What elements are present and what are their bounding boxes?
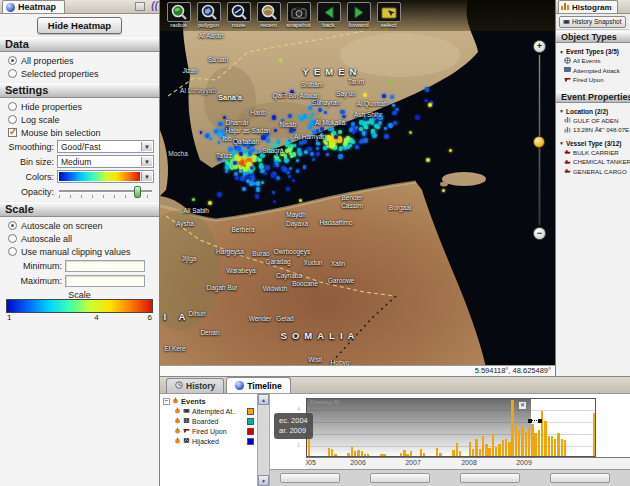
timeline-plot[interactable]: ✕ xyxy=(306,398,596,457)
radio-icon[interactable] xyxy=(8,221,17,230)
map-label: Owrboogeys xyxy=(274,248,311,255)
toolbar-button-radius[interactable]: radius xyxy=(165,2,192,31)
radio-autoscale-on-screen[interactable]: Autoscale on screen xyxy=(0,219,159,232)
map-label: Bender xyxy=(342,194,363,201)
event-properties-groups: ▼Location (2/2)GULF OF ADEN13:28N Â€" 04… xyxy=(556,103,630,177)
timeline-bar xyxy=(456,443,458,456)
map-label: Dihun xyxy=(189,310,206,317)
maximum-label: Maximum: xyxy=(14,276,62,286)
history-snapshot-label: History Snapshot xyxy=(572,18,622,25)
toolbar-button-select[interactable]: select xyxy=(375,2,402,31)
event-type-row-boarded[interactable]: Boarded xyxy=(160,416,257,426)
scroll-down-icon[interactable]: ▼ xyxy=(258,475,269,486)
scrollbar-segment[interactable] xyxy=(370,473,430,483)
radio-all-properties[interactable]: All properties xyxy=(0,54,159,67)
colors-dropdown[interactable]: ▼ xyxy=(57,170,154,183)
color-swatch[interactable] xyxy=(247,418,254,425)
color-swatch[interactable] xyxy=(247,438,254,445)
radio-manual-clipping[interactable]: Use manual clipping values xyxy=(0,245,159,258)
map-view[interactable]: Al AarânSa'dahJizanAl LuhayyahSana'aYEME… xyxy=(160,0,555,376)
opacity-slider-thumb[interactable] xyxy=(134,186,141,198)
scrollbar-segment[interactable] xyxy=(280,473,340,483)
tab-timeline[interactable]: Timeline xyxy=(226,377,290,393)
bin-size-dropdown[interactable]: Medium ▼ xyxy=(57,155,154,168)
tree-item-bulk-carrier[interactable]: BULK CARRIER xyxy=(556,148,630,158)
tree-item-general-cargo[interactable]: GENERAL CARGO xyxy=(556,167,630,177)
timeline-bar xyxy=(521,427,523,456)
radio-autoscale-all[interactable]: Autoscale all xyxy=(0,232,159,245)
tree-scrollbar[interactable]: ▲ ▼ xyxy=(258,394,270,486)
timeline-tooltip: ec. 2004 ar. 2009 xyxy=(274,413,313,439)
collapse-triangle-icon[interactable]: ▼ xyxy=(559,140,564,146)
color-swatch[interactable] xyxy=(247,408,254,415)
event-type-row-fired-upon[interactable]: Fired Upon xyxy=(160,426,257,436)
tab-histogram[interactable]: Histogram xyxy=(558,0,618,13)
radio-icon[interactable] xyxy=(8,69,17,78)
tree-group-title[interactable]: ▼Location (2/2) xyxy=(556,103,630,116)
map-zoom-slider[interactable]: + − xyxy=(532,40,548,240)
minimum-field[interactable] xyxy=(65,260,145,272)
timeline-bar xyxy=(593,413,595,457)
hide-heatmap-button[interactable]: Hide Heatmap xyxy=(37,17,122,34)
tree-group-title[interactable]: ▼Event Types (3/5) xyxy=(556,43,630,56)
tree-item-chemical-tanker[interactable]: CHEMICAL TANKER xyxy=(556,157,630,167)
radio-icon[interactable] xyxy=(8,234,17,243)
tree-expander-icon[interactable]: − xyxy=(163,398,170,405)
collapse-triangle-icon[interactable]: ▼ xyxy=(559,108,564,114)
toolbar-button-forward[interactable]: forward xyxy=(345,2,372,31)
tree-item-fired-upon[interactable]: Fired Upon xyxy=(556,75,630,85)
timeline-scrollbar[interactable] xyxy=(270,469,630,486)
close-icon[interactable]: ✕ xyxy=(518,401,527,410)
tree-group-title[interactable]: ▼Vessel Type (3/12) xyxy=(556,135,630,148)
scroll-up-icon[interactable]: ▲ xyxy=(258,394,269,405)
history-snapshot-button[interactable]: History Snapshot xyxy=(559,16,626,28)
tab-heatmap[interactable]: Heatmap xyxy=(2,0,65,13)
map-label: Shibâm xyxy=(301,81,323,88)
tooltip-line: ar. 2009 xyxy=(279,426,308,436)
toolbar-button-back[interactable]: back xyxy=(315,2,342,31)
checkbox-icon[interactable] xyxy=(8,128,17,137)
radio-icon[interactable] xyxy=(8,56,17,65)
timeline-bar xyxy=(551,436,553,456)
checkbox-mouse-bin-selection[interactable]: Mouse bin selection xyxy=(0,126,159,139)
radio-log-scale[interactable]: Log scale xyxy=(0,113,159,126)
toolbar-button-polygon[interactable]: polygon xyxy=(195,2,222,31)
timeline-bar xyxy=(308,437,310,456)
maximum-field[interactable] xyxy=(65,275,145,287)
panel-minimize-button[interactable] xyxy=(135,2,145,11)
events-tree-root[interactable]: − Events xyxy=(160,396,257,406)
radio-icon[interactable] xyxy=(8,102,17,111)
event-type-row-attempted-at-[interactable]: Attempted At.. xyxy=(160,406,257,416)
radio-icon[interactable] xyxy=(8,115,17,124)
smoothing-dropdown[interactable]: Good/Fast ▼ xyxy=(57,140,154,153)
collapse-triangle-icon[interactable]: ▼ xyxy=(559,49,564,55)
radio-icon[interactable] xyxy=(8,247,17,256)
timeline-bar xyxy=(564,440,566,456)
scrollbar-segment[interactable] xyxy=(550,473,610,483)
zoom-slider-thumb[interactable] xyxy=(533,136,545,148)
y-axis-tick: 1 xyxy=(297,442,300,448)
history-tab-label: History xyxy=(186,381,215,391)
opacity-slider[interactable] xyxy=(57,185,154,199)
tree-item-13-28n-048-07e[interactable]: 13:28N Â€" 048:07E xyxy=(556,125,630,135)
zoom-out-button[interactable]: − xyxy=(533,227,546,240)
zoom-in-button[interactable]: + xyxy=(533,40,546,53)
tree-item-gulf-of-aden[interactable]: GULF OF ADEN xyxy=(556,116,630,126)
tree-item-label: BULK CARRIER xyxy=(573,149,619,156)
smoothing-label: Smoothing: xyxy=(4,142,54,152)
timeline-chart[interactable]: Drawing M ✕ ec. 2004 ar. 2009 4321 20052… xyxy=(270,394,630,486)
radio-selected-properties[interactable]: Selected properties xyxy=(0,67,159,80)
tree-item-label: GULF OF ADEN xyxy=(573,117,618,124)
color-swatch[interactable] xyxy=(247,428,254,435)
tree-item-attempted-attack[interactable]: Attempted Attack xyxy=(556,66,630,76)
tree-item-all-events[interactable]: All Events xyxy=(556,56,630,66)
scrollbar-segment[interactable] xyxy=(460,473,520,483)
radio-hide-properties[interactable]: Hide properties xyxy=(0,100,159,113)
tab-history[interactable]: History xyxy=(166,378,224,393)
map-label: Nisâb xyxy=(280,121,297,128)
map-label: Burao xyxy=(252,250,269,257)
toolbar-button-snapshot[interactable]: snapshot xyxy=(285,2,312,31)
event-type-row-hijacked[interactable]: Hijacked xyxy=(160,436,257,446)
toolbar-button-route[interactable]: route xyxy=(225,2,252,31)
toolbar-button-recent[interactable]: recent xyxy=(255,2,282,31)
